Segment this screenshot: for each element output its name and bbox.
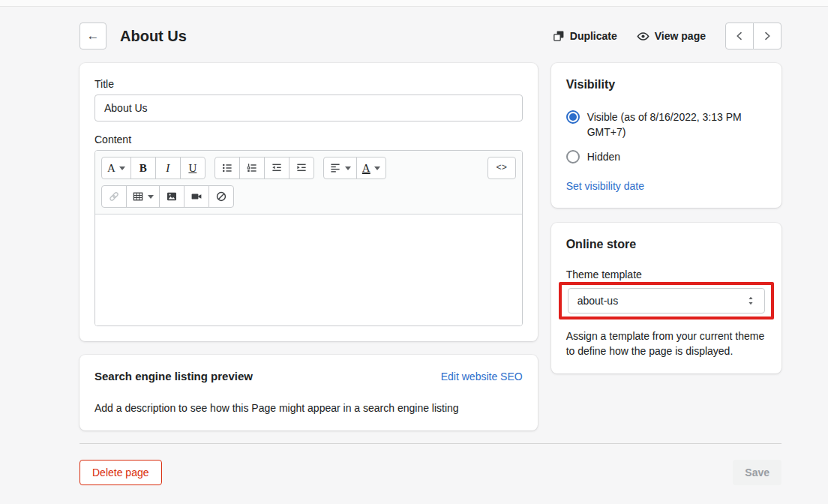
hidden-radio-option[interactable]: Hidden <box>566 149 766 164</box>
chevron-down-icon <box>148 195 154 199</box>
clear-formatting-button[interactable] <box>208 185 234 208</box>
formatting-dropdown-button[interactable]: A <box>101 157 131 179</box>
page-editor-screen: ← About Us Duplicate <box>0 0 828 501</box>
underline-icon: U <box>188 162 196 175</box>
select-updown-icon <box>745 295 757 307</box>
duplicate-label: Duplicate <box>570 30 617 42</box>
chevron-left-icon <box>734 30 746 42</box>
content-label: Content <box>94 134 523 146</box>
bold-button[interactable]: B <box>130 157 156 179</box>
duplicate-button[interactable]: Duplicate <box>553 30 617 42</box>
numbered-list-icon <box>246 162 258 174</box>
eye-icon <box>637 30 650 43</box>
online-store-heading: Online store <box>566 238 766 251</box>
italic-button[interactable]: I <box>155 157 181 179</box>
page-content-card: Title Content A <box>80 63 538 341</box>
underline-button[interactable]: U <box>180 157 206 179</box>
previous-page-button[interactable] <box>725 22 754 50</box>
list-indent-group <box>214 157 314 179</box>
chevron-down-icon <box>374 166 380 170</box>
theme-template-select[interactable]: about-us <box>568 288 765 314</box>
back-button[interactable]: ← <box>80 22 106 50</box>
title-input[interactable] <box>94 94 523 122</box>
alignment-dropdown-button[interactable] <box>323 157 357 179</box>
hidden-option-label: Hidden <box>587 149 620 164</box>
edit-website-seo-link[interactable]: Edit website SEO <box>441 370 523 382</box>
indent-button[interactable] <box>289 157 314 179</box>
table-icon <box>132 190 144 202</box>
formatting-icon: A <box>107 162 116 175</box>
text-color-icon: A <box>362 162 370 175</box>
image-icon <box>166 190 178 202</box>
next-page-button[interactable] <box>753 22 782 50</box>
view-page-button[interactable]: View page <box>637 30 706 43</box>
delete-page-button[interactable]: Delete page <box>80 460 162 485</box>
visible-radio-option[interactable]: Visible (as of 8/16/2022, 3:13 PM GMT+7) <box>566 110 766 140</box>
chevron-down-icon <box>119 166 125 170</box>
seo-preview-card: Search engine listing preview Edit websi… <box>80 355 538 430</box>
pagination-group <box>725 22 782 50</box>
insert-video-button[interactable] <box>184 185 209 208</box>
indent-icon <box>296 162 308 174</box>
link-icon <box>108 190 120 202</box>
radio-selected-icon[interactable] <box>566 110 580 124</box>
save-button[interactable]: Save <box>733 460 782 485</box>
duplicate-icon <box>553 30 565 42</box>
set-visibility-date-link[interactable]: Set visibility date <box>566 180 644 192</box>
theme-template-label: Theme template <box>566 268 766 280</box>
seo-description: Add a description to see how this Page m… <box>94 400 523 416</box>
show-html-button[interactable]: <> <box>488 157 516 179</box>
insert-image-button[interactable] <box>159 185 184 208</box>
bold-icon: B <box>140 162 147 175</box>
circle-slash-icon <box>215 190 227 202</box>
back-arrow-icon: ← <box>87 28 100 44</box>
outdent-button[interactable] <box>264 157 290 179</box>
visibility-card: Visibility Visible (as of 8/16/2022, 3:1… <box>551 63 782 208</box>
align-left-icon <box>329 162 341 174</box>
align-color-group: A <box>323 157 386 179</box>
video-icon <box>190 190 202 202</box>
page-title: About Us <box>120 28 187 45</box>
visibility-options: Visible (as of 8/16/2022, 3:13 PM GMT+7)… <box>566 110 766 164</box>
page-footer: Delete page Save <box>80 444 782 501</box>
text-format-group: A B I <box>101 157 206 179</box>
numbered-list-button[interactable] <box>239 157 265 179</box>
outdent-icon <box>271 162 283 174</box>
title-label: Title <box>94 78 523 90</box>
theme-template-selected-value: about-us <box>578 295 745 307</box>
bulleted-list-button[interactable] <box>214 157 240 179</box>
editor-toolbar: A B I <box>95 151 522 214</box>
insert-table-dropdown-button[interactable] <box>126 185 160 208</box>
page-header: ← About Us Duplicate <box>80 7 782 50</box>
theme-template-help-text: Assign a template from your current them… <box>566 328 766 358</box>
italic-icon: I <box>166 162 170 175</box>
insert-group <box>101 185 234 208</box>
visible-option-label: Visible (as of 8/16/2022, 3:13 PM GMT+7) <box>587 110 766 140</box>
chevron-down-icon <box>345 166 351 170</box>
chevron-right-icon <box>761 30 773 42</box>
code-icon: <> <box>496 163 506 173</box>
view-page-label: View page <box>655 30 706 42</box>
radio-unselected-icon[interactable] <box>566 150 580 164</box>
header-actions: Duplicate View page <box>553 22 782 50</box>
content-textarea[interactable] <box>95 214 522 326</box>
rich-text-editor: A B I <box>94 150 523 326</box>
text-color-dropdown-button[interactable]: A <box>356 157 386 179</box>
top-bar <box>0 0 828 7</box>
online-store-card: Online store Theme template about-us <box>551 223 782 374</box>
annotation-highlight-box: about-us <box>559 282 774 320</box>
visibility-heading: Visibility <box>566 78 766 92</box>
insert-link-button[interactable] <box>101 185 127 208</box>
seo-card-heading: Search engine listing preview <box>94 370 253 382</box>
bulleted-list-icon <box>221 162 233 174</box>
